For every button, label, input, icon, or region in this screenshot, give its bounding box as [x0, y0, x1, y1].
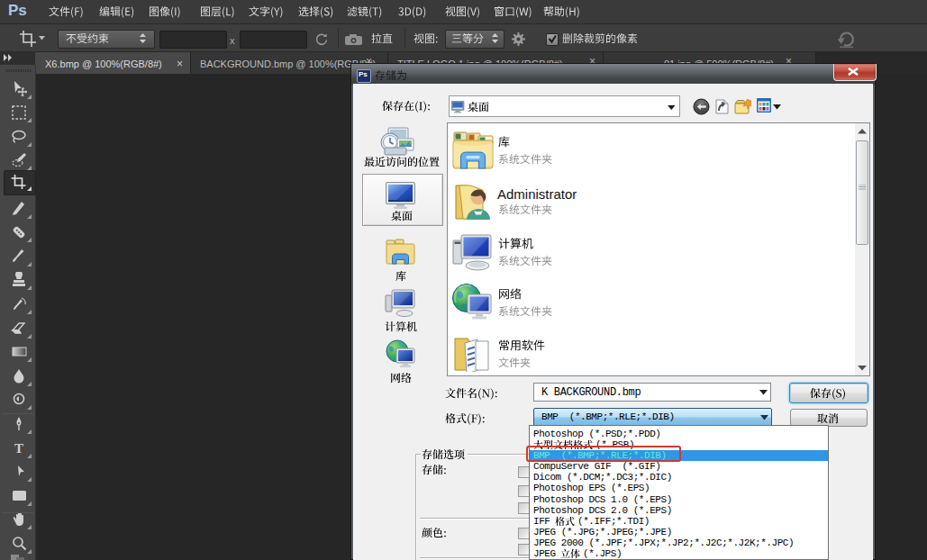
svg-text:T: T — [14, 441, 23, 456]
